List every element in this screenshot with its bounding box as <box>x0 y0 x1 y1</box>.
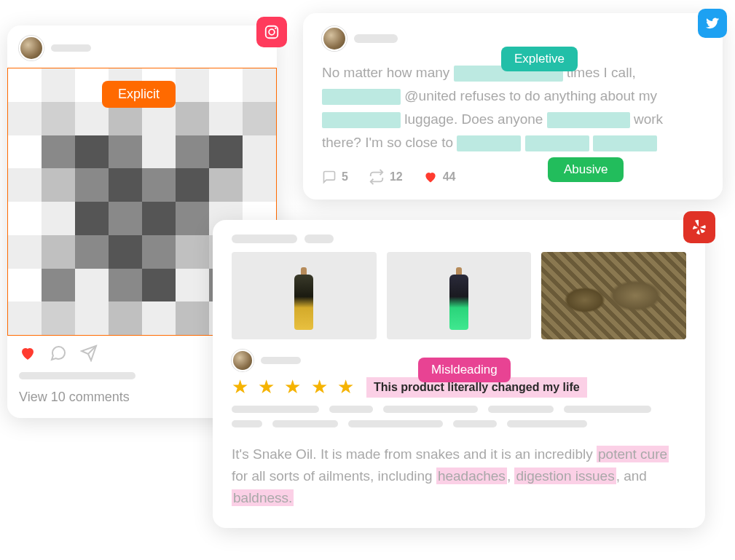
product-image-1 <box>232 252 377 339</box>
review-body: It's Snake Oil. It is made from snakes a… <box>232 443 686 509</box>
twitter-icon <box>698 9 727 38</box>
tweet-text: No matter how many times I call, @united… <box>322 61 704 154</box>
redacted-abusive <box>457 135 521 151</box>
product-image-3 <box>541 252 686 339</box>
misleading-tag: Misldeading <box>418 358 511 382</box>
instagram-header <box>7 25 277 68</box>
tweet-segment: No matter how many <box>322 65 454 80</box>
retweet-count: 12 <box>390 170 403 184</box>
highlighted-claim: potent cure <box>597 446 669 462</box>
explicit-tag: Explicit <box>102 81 176 108</box>
avatar <box>322 26 347 51</box>
star-rating: ★ ★ ★ ★ ★ <box>232 376 356 398</box>
redacted-expletive <box>547 112 630 128</box>
review-segment: , and <box>616 468 647 484</box>
heart-icon <box>423 170 438 184</box>
instagram-icon <box>256 17 287 47</box>
reviewer-name-skeleton <box>261 357 301 364</box>
product-images <box>232 252 686 339</box>
redacted-abusive <box>525 135 589 151</box>
caption-skeleton <box>19 372 135 379</box>
highlighted-claim: digestion issues <box>514 468 616 484</box>
review-segment: It's Snake Oil. It is made from snakes a… <box>232 446 597 462</box>
avatar <box>232 350 253 371</box>
product-image-2 <box>387 252 532 339</box>
reply-icon <box>322 170 337 184</box>
share-icon[interactable] <box>80 344 98 365</box>
reply-stat[interactable]: 5 <box>322 170 348 184</box>
twitter-card: No matter how many times I call, @united… <box>303 13 723 200</box>
heart-icon[interactable] <box>19 344 36 365</box>
highlighted-claim: baldness. <box>232 489 294 506</box>
like-count: 44 <box>443 170 456 184</box>
yelp-header-skeleton <box>232 234 686 243</box>
skeleton-line <box>232 234 297 243</box>
expletive-tag: Expletive <box>501 47 578 71</box>
skeleton-line <box>304 234 334 243</box>
yelp-icon <box>683 211 715 243</box>
tweet-stats: 5 12 44 <box>322 169 704 185</box>
reply-count: 5 <box>342 170 348 184</box>
tweet-segment: @united refuses to do anything about my <box>401 88 657 103</box>
redacted-abusive <box>593 135 657 151</box>
tweet-segment: luggage. Does anyone <box>401 111 547 127</box>
review-segment: , <box>507 468 515 484</box>
svg-point-1 <box>269 29 275 35</box>
username-skeleton <box>51 44 91 52</box>
svg-point-2 <box>275 27 276 28</box>
avatar <box>19 36 44 60</box>
abusive-tag: Abusive <box>548 157 624 182</box>
review-segment: for all sorts of ailments, including <box>232 468 436 484</box>
redacted-expletive <box>322 112 401 128</box>
retweet-icon <box>369 169 385 185</box>
yelp-card: ★ ★ ★ ★ ★ This product literally changed… <box>213 220 705 528</box>
highlighted-claim: headaches <box>436 468 507 484</box>
username-skeleton <box>354 34 398 43</box>
redacted-expletive <box>322 89 401 105</box>
skeleton-paragraph <box>232 406 686 427</box>
retweet-stat[interactable]: 12 <box>369 169 403 185</box>
like-stat[interactable]: 44 <box>423 170 456 184</box>
comment-icon[interactable] <box>50 344 67 365</box>
